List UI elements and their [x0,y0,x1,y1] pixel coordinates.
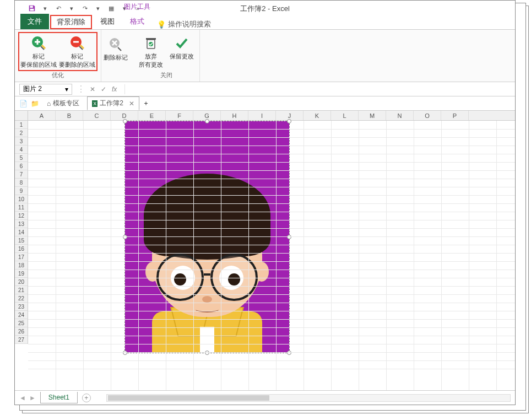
row-header[interactable]: 18 [15,261,28,270]
sheet-nav-next-icon[interactable]: ► [29,394,36,402]
dropdown-icon[interactable]: ▾ [39,3,51,14]
column-header[interactable]: E [138,111,166,120]
row-header[interactable]: 13 [15,220,28,228]
resize-handle[interactable] [123,119,127,123]
tab-file[interactable]: 文件 [20,14,49,29]
column-header[interactable]: K [304,111,331,120]
row-header[interactable]: 12 [15,212,28,220]
worksheet-grid[interactable]: ABCDEFGHIJKLMNOP 12345678910111213141516… [15,111,515,390]
row-header[interactable]: 5 [15,154,28,162]
column-header[interactable]: N [386,111,414,120]
row-header[interactable]: 6 [15,162,28,170]
resize-handle[interactable] [287,351,291,355]
row-header[interactable]: 3 [15,137,28,146]
resize-handle[interactable] [205,119,209,123]
fx-icon[interactable]: fx [112,85,117,93]
home-icon: ⌂ [47,100,51,107]
formula-bar-row: 图片 2▾ ⋮ ✕ ✓ fx [15,82,515,96]
tab-view[interactable]: 视图 [93,14,122,29]
tell-me-search[interactable]: 💡 操作说明搜索 [157,19,211,29]
row-header[interactable]: 21 [15,286,28,294]
group-label-optimize: 优化 [52,71,64,79]
dropdown-icon[interactable]: ▾ [66,3,78,14]
keep-changes-button[interactable]: 保留更改 [167,35,196,68]
selected-image[interactable] [124,121,290,353]
row-header[interactable]: 27 [15,336,28,344]
mark-keep-button[interactable]: 标记 要保留的区域 [20,35,57,68]
row-header[interactable]: 1 [15,121,28,129]
excel-file-icon: X [92,100,97,107]
row-header[interactable]: 26 [15,327,28,336]
column-header[interactable]: I [248,111,276,120]
save-icon[interactable] [26,3,38,14]
cancel-icon[interactable]: ✕ [90,85,95,93]
row-header[interactable]: 8 [15,179,28,187]
row-header[interactable]: 10 [15,195,28,203]
column-header[interactable]: C [83,111,111,120]
row-header[interactable]: 14 [15,228,28,236]
column-header[interactable]: A [28,111,56,120]
row-header[interactable]: 25 [15,319,28,327]
add-tab-icon[interactable]: ＋ [143,99,149,108]
svg-rect-6 [146,38,156,40]
new-file-icon[interactable]: 📄 [19,100,28,107]
resize-handle[interactable] [123,351,127,355]
row-header[interactable]: 23 [15,303,28,311]
select-all-corner[interactable] [15,111,28,121]
mark-delete-button[interactable]: 标记 要删除的区域 [59,35,95,68]
discard-changes-button[interactable]: 放弃 所有更改 [137,35,165,68]
enter-icon[interactable]: ✓ [101,85,106,93]
row-header[interactable]: 20 [15,278,28,286]
column-header[interactable]: B [56,111,83,120]
sheet-nav-prev-icon[interactable]: ◄ [19,394,26,402]
column-header[interactable]: P [441,111,469,120]
delete-mark-button[interactable]: 删除标记 [101,36,130,69]
resize-handle[interactable] [205,351,209,355]
row-header[interactable]: 9 [15,187,28,195]
tab-format[interactable]: 图片工具 格式 [123,14,151,29]
lightbulb-icon: 💡 [157,20,166,29]
add-sheet-icon[interactable]: + [82,394,91,402]
undo-icon[interactable]: ↶ [52,3,64,14]
dropdown-icon[interactable]: ▾ [92,3,104,14]
row-header[interactable]: 24 [15,311,28,319]
horizontal-scrollbar[interactable] [106,394,511,402]
column-header[interactable]: F [166,111,193,120]
row-header[interactable]: 19 [15,270,28,278]
row-header[interactable]: 15 [15,236,28,245]
column-header[interactable]: O [414,111,441,120]
row-header[interactable]: 11 [15,203,28,212]
row-header[interactable]: 16 [15,245,28,253]
row-header[interactable]: 4 [15,146,28,154]
row-header[interactable]: 17 [15,253,28,261]
resize-handle[interactable] [287,119,291,123]
close-icon[interactable]: ✕ [129,100,134,107]
plus-circle-icon [30,35,47,51]
ribbon: 标记 要保留的区域 标记 要删除的区域 优化 删除标记 [15,29,515,82]
open-folder-icon[interactable]: 📁 [31,100,39,107]
column-header[interactable]: M [359,111,386,120]
checkmark-icon [174,35,190,51]
doc-tab-template[interactable]: ⌂ 模板专区 [42,97,84,110]
context-tab-label: 图片工具 [124,2,150,12]
chevron-down-icon: ▾ [65,85,68,93]
resize-handle[interactable] [287,235,291,239]
sheet-tab[interactable]: Sheet1 [40,392,78,403]
name-box[interactable]: 图片 2▾ [19,84,72,95]
doc-tab-workbook[interactable]: X 工作簿2 ✕ [87,96,139,110]
redo-icon[interactable]: ↷ [79,3,91,14]
svg-rect-1 [30,9,34,11]
image-content [125,121,289,353]
row-header[interactable]: 22 [15,294,28,303]
formula-input[interactable] [124,84,511,94]
resize-handle[interactable] [123,235,127,239]
tab-background-remove[interactable]: 背景消除 [50,15,92,29]
excel-window: ▾ ↶ ▾ ↷ ▾ ▦ ▾ » 工作簿2 - Excel 文件 背景消除 视图 … [14,0,516,405]
trash-icon [143,35,159,51]
column-header[interactable]: H [221,111,248,120]
row-header[interactable]: 7 [15,170,28,179]
column-header[interactable]: L [331,111,359,120]
grid-icon[interactable]: ▦ [105,3,117,14]
row-header[interactable]: 2 [15,129,28,137]
document-tabs: 📄 📁 ⌂ 模板专区 X 工作簿2 ✕ ＋ [15,96,515,111]
